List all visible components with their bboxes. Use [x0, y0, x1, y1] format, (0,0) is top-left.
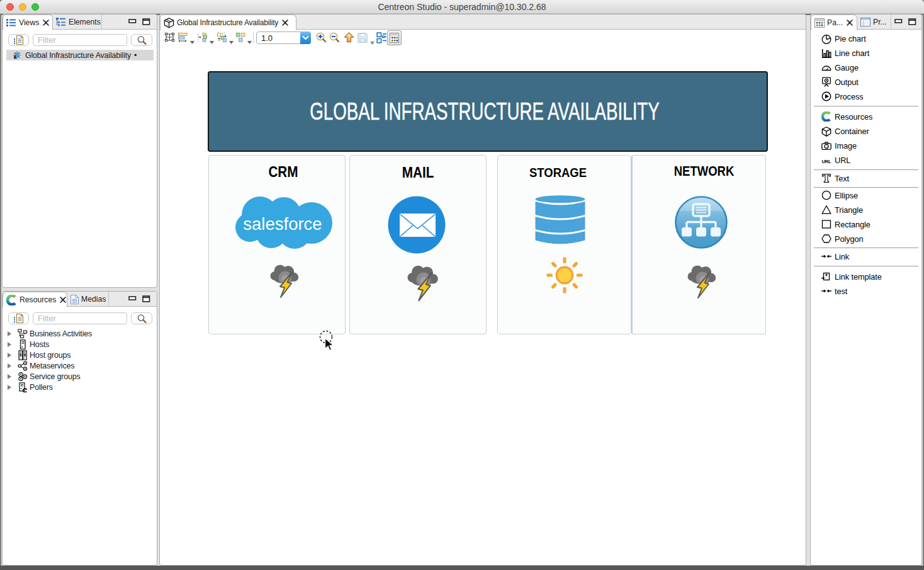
svg-text:salesforce: salesforce: [243, 214, 322, 234]
svg-text:URL: URL: [821, 158, 831, 164]
